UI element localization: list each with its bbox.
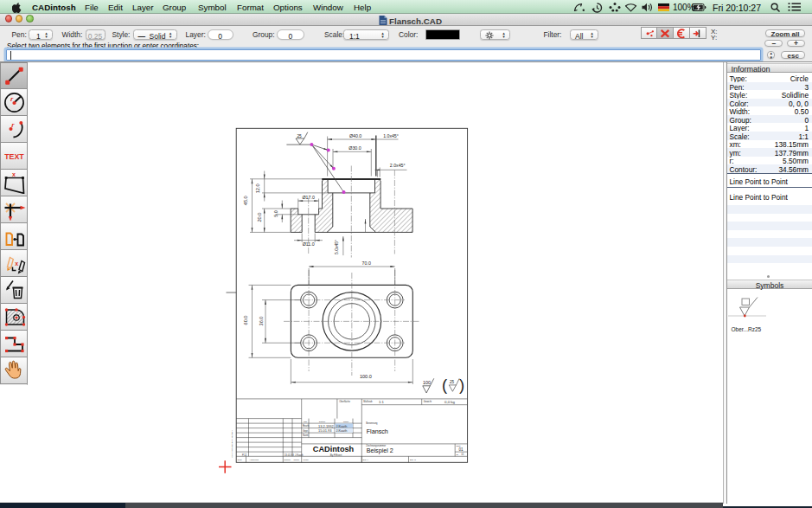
- svg-text:Flansch: Flansch: [366, 428, 387, 435]
- svg-text:20.0: 20.0: [256, 212, 261, 222]
- svg-text:Blatt: Blatt: [456, 445, 460, 447]
- svg-text:Ø17.0: Ø17.0: [302, 195, 314, 200]
- svg-text:25: 25: [297, 133, 302, 138]
- svg-text:100: 100: [423, 379, 431, 384]
- svg-text:Maßstab: Maßstab: [363, 399, 373, 402]
- svg-text:x: x: [15, 260, 18, 267]
- svg-text:Datum: Datum: [284, 459, 290, 461]
- svg-text:13.2.1992: 13.2.1992: [318, 423, 335, 428]
- svg-text:Gewicht: Gewicht: [423, 399, 432, 402]
- svg-text:Datum: Datum: [319, 420, 325, 422]
- svg-text:12.0: 12.0: [255, 183, 260, 193]
- svg-text:Beispiel 2: Beispiel 2: [366, 447, 393, 454]
- svg-text:1.0x45°: 1.0x45°: [383, 132, 399, 138]
- svg-text:Gepr.: Gepr.: [303, 428, 309, 432]
- svg-text:Bl.: Bl.: [456, 453, 458, 455]
- svg-text:15.01.93: 15.01.93: [318, 428, 332, 433]
- svg-text:45.0: 45.0: [242, 196, 247, 205]
- svg-text:Urspr.: Urspr.: [303, 459, 309, 461]
- svg-text:J.Kuath: J.Kuath: [336, 429, 347, 433]
- svg-text:36.0: 36.0: [258, 316, 263, 325]
- svg-text:(: (: [441, 376, 447, 394]
- svg-text:J.Kuath: J.Kuath: [295, 453, 304, 457]
- svg-text:Ers. d.: Ers. d.: [410, 459, 417, 461]
- svg-text:Benennung: Benennung: [366, 421, 378, 425]
- svg-text:J.Kuath: J.Kuath: [336, 424, 347, 428]
- svg-text:100.0: 100.0: [359, 374, 371, 379]
- svg-text:Änderung: Änderung: [249, 459, 259, 461]
- svg-text:70.0: 70.0: [361, 260, 370, 265]
- svg-text:P.12: P.12: [241, 453, 246, 457]
- svg-text:Copyright and (R) Fr.Hentsch: Copyright and (R) Fr.Hentsch: [231, 429, 233, 457]
- svg-text:Ober...Rz25: Ober...Rz25: [732, 326, 762, 332]
- svg-text:By F.Evert: By F.Evert: [329, 453, 342, 456]
- svg-text:2.0x45°: 2.0x45°: [389, 163, 405, 168]
- svg-text:25: 25: [449, 379, 454, 383]
- svg-text:Bearb.: Bearb.: [303, 424, 310, 428]
- svg-text:CADintosh: CADintosh: [312, 444, 354, 453]
- svg-text:Ø11.0: Ø11.0: [302, 241, 314, 246]
- svg-text:Oberfläche: Oberfläche: [339, 399, 350, 402]
- svg-text:Norm: Norm: [303, 434, 309, 437]
- svg-text:01: 01: [461, 453, 464, 456]
- svg-text:Ers. f.: Ers. f.: [362, 459, 368, 461]
- svg-text:): ): [458, 376, 464, 394]
- svg-text:TEXT: TEXT: [4, 152, 24, 161]
- svg-text:1:1: 1:1: [379, 400, 384, 404]
- svg-text:Ø30.0: Ø30.0: [348, 145, 361, 151]
- svg-text:5.0x45°: 5.0x45°: [334, 239, 339, 254]
- svg-text:01: 01: [458, 447, 464, 452]
- svg-text:Zust: Zust: [237, 459, 241, 461]
- svg-text:x: x: [12, 171, 16, 177]
- svg-text:Name: Name: [293, 459, 299, 461]
- svg-text:Ø40.0: Ø40.0: [348, 132, 361, 138]
- svg-text:0,0 kg: 0,0 kg: [444, 400, 456, 404]
- svg-text:Tag: Tag: [304, 420, 308, 422]
- svg-text:r: r: [11, 121, 15, 129]
- svg-text:60.0: 60.0: [243, 315, 248, 325]
- svg-text:13.01.93: 13.01.93: [284, 453, 293, 457]
- svg-text:5.0: 5.0: [273, 210, 278, 216]
- svg-text:Name: Name: [343, 420, 349, 422]
